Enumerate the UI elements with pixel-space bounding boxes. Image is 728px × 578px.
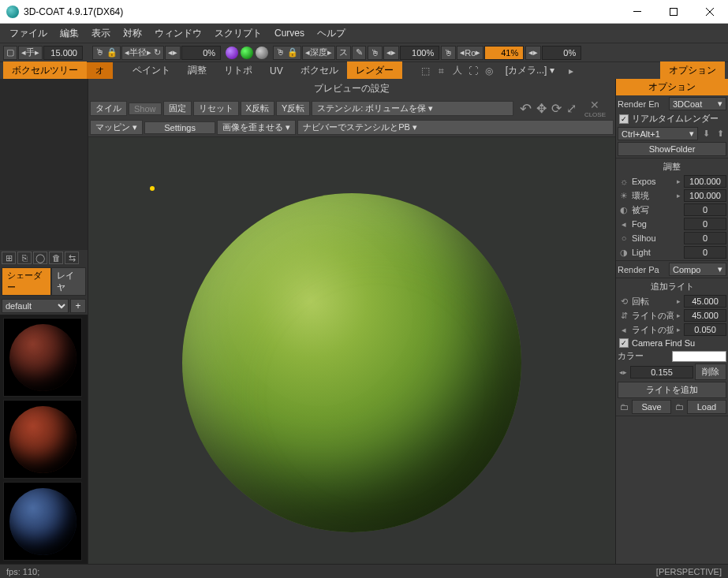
close-preview-button[interactable]: ✕CLOSE (581, 99, 609, 118)
st-xflip[interactable]: X反転 (241, 101, 274, 116)
tab-retopo[interactable]: リトポ (215, 62, 261, 80)
add-light-button[interactable]: ライトを追加 (618, 382, 726, 398)
menu-file[interactable]: ファイル (3, 24, 54, 43)
add-icon[interactable]: ⊞ (2, 252, 16, 264)
move-icon[interactable]: ✥ (536, 101, 547, 116)
link-icon[interactable]: ⇆ (65, 252, 79, 264)
light-value[interactable]: 0 (684, 246, 726, 259)
frame-icon[interactable]: ⛶ (465, 64, 481, 78)
tab-voxel[interactable]: ボクセル (292, 62, 347, 80)
st-mapping[interactable]: マッピン ▾ (90, 120, 143, 135)
download-icon[interactable]: ⬇ (700, 129, 712, 139)
rot-value[interactable]: 45.000 (684, 295, 726, 308)
left-tab-shader[interactable]: シェーダー (2, 267, 51, 296)
render-pass-dropdown[interactable]: Compo▾ (669, 263, 726, 276)
height-value[interactable]: 45.000 (684, 309, 726, 322)
tab-paint[interactable]: ペイント (124, 62, 179, 80)
shader-thumb-2[interactable] (3, 400, 82, 479)
fog-value[interactable]: 0 (684, 218, 726, 230)
pencil-icon[interactable]: ✎ (352, 46, 366, 60)
menu-help[interactable]: ヘルプ (311, 24, 352, 43)
radius-value[interactable]: 0% (181, 46, 221, 60)
color-gray[interactable] (256, 47, 268, 59)
cube-icon[interactable]: ⬚ (418, 64, 434, 78)
trash-icon[interactable]: 🗑 (49, 252, 63, 264)
camera-find-checkbox[interactable]: ✓ Camera Find Su (618, 337, 726, 349)
showfolder-button[interactable]: ShowFolder (618, 142, 726, 156)
person-icon[interactable]: 人 (450, 64, 465, 78)
mouse-icon[interactable]: 🖰 (368, 46, 383, 60)
slider-arrows[interactable]: ◂▸ (618, 368, 629, 376)
add-shader-button[interactable]: + (70, 299, 86, 313)
tab-voxtree-sub[interactable]: オ (87, 62, 113, 79)
circle-icon[interactable]: ◯ (33, 252, 47, 264)
last-value[interactable]: 0% (542, 46, 581, 60)
spread-value[interactable]: 0.050 (684, 323, 726, 336)
menu-curves[interactable]: Curves (268, 25, 311, 41)
st-distort[interactable]: 画像を歪ませる ▾ (217, 120, 296, 135)
delete-button[interactable]: 削除 (695, 364, 726, 380)
render-engine-dropdown[interactable]: 3DCoat▾ (669, 97, 726, 110)
hand-value[interactable]: 15.000 (43, 46, 83, 60)
load-button[interactable]: Load (687, 400, 726, 414)
menu-symmetry[interactable]: 対称 (117, 24, 148, 43)
st-tile[interactable]: タイル (90, 101, 127, 116)
dof-value[interactable]: 0 (684, 203, 726, 216)
color-purple[interactable] (226, 47, 238, 59)
pct-value[interactable]: 100% (400, 46, 439, 60)
realtime-checkbox[interactable]: ✓ リアルタイムレンダー (618, 111, 726, 126)
upload-icon[interactable]: ⬆ (714, 129, 726, 139)
scale-icon[interactable]: ⤢ (566, 101, 577, 116)
st-reset[interactable]: リセット (193, 101, 239, 116)
tab-render[interactable]: レンダー (347, 62, 402, 80)
grid-icon[interactable]: ⌗ (434, 64, 450, 78)
hand-tool[interactable]: ◂手▸ (18, 46, 43, 60)
st-navibar[interactable]: ナビバーでステンシルとPB ▾ (297, 120, 614, 135)
ro-value[interactable]: 41% (484, 46, 524, 60)
val155[interactable]: 0.155 (630, 366, 693, 378)
pct-arrows[interactable]: ◂▸ (383, 46, 399, 60)
exposure-value[interactable]: 100.000 (684, 175, 726, 188)
minimize-button[interactable] (619, 0, 655, 24)
undo-icon[interactable]: ↶ (520, 100, 532, 117)
tab-adjust[interactable]: 調整 (179, 62, 215, 80)
close-button[interactable] (692, 0, 728, 24)
shader-thumb-1[interactable] (3, 318, 82, 397)
depth-s[interactable]: ス (336, 46, 351, 60)
st-show[interactable]: Show (129, 103, 162, 115)
env-value[interactable]: 100.000 (684, 189, 726, 202)
mouse-ro-icon[interactable]: 🖰 (441, 46, 456, 60)
target-icon[interactable]: ◎ (481, 64, 497, 78)
st-stencil[interactable]: ステンシル: ボリュームを保 ▾ (312, 101, 513, 116)
light-gizmo[interactable] (150, 186, 155, 191)
viewport[interactable] (88, 137, 615, 564)
color-green[interactable] (241, 47, 253, 59)
shortcut-dropdown[interactable]: Ctrl+Alt+1▾ (618, 127, 698, 140)
menu-edit[interactable]: 編集 (54, 24, 85, 43)
st-yflip[interactable]: Y反転 (276, 101, 310, 116)
maximize-button[interactable] (655, 0, 692, 24)
st-settings[interactable]: Settings (144, 121, 215, 134)
last-arrows[interactable]: ◂▸ (525, 46, 541, 60)
radius-arrows[interactable]: ◂▸ (165, 46, 181, 60)
rect-tool-icon[interactable]: ▢ (3, 46, 17, 60)
menu-view[interactable]: 表示 (85, 24, 117, 43)
lock-icon[interactable]: 🖰 🔒 (92, 46, 121, 60)
menu-window[interactable]: ウィンドウ (148, 24, 208, 43)
st-lock[interactable]: 固定 (163, 101, 192, 116)
left-tab-layer[interactable]: レイヤ (51, 267, 86, 296)
expand-icon[interactable]: ▸ (563, 64, 579, 78)
ro-dropdown[interactable]: ◂Ro▸ (457, 46, 483, 60)
silhou-value[interactable]: 0 (684, 232, 726, 244)
camera-dropdown[interactable]: [カメラ...] ▾ (497, 62, 563, 80)
copy-icon[interactable]: ⎘ (17, 252, 32, 264)
shader-thumb-3[interactable] (3, 482, 82, 561)
tab-uv[interactable]: UV (261, 63, 292, 79)
shader-select[interactable]: default (2, 299, 69, 313)
tab-options[interactable]: オプション (660, 62, 725, 80)
tab-voxtree[interactable]: ボクセルツリー (3, 62, 87, 80)
color-swatch[interactable] (672, 351, 726, 362)
depth-dropdown[interactable]: ◂深度▸ (302, 46, 335, 60)
lock2-icon[interactable]: 🖰 🔒 (273, 46, 301, 60)
save-button[interactable]: Save (632, 400, 671, 414)
